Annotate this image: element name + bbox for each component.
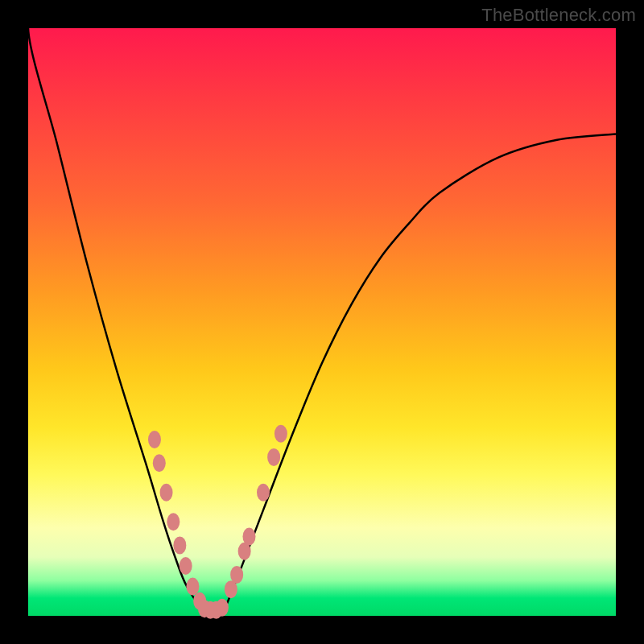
curve-marker [173,536,186,554]
curve-marker [230,566,243,584]
curve-svg [28,28,616,616]
chart-plot-area [28,28,616,616]
curve-markers [148,425,287,619]
curve-marker [242,527,255,545]
curve-marker [148,431,161,448]
curve-marker [216,599,229,617]
curve-marker [153,454,166,472]
bottleneck-curve [28,0,616,613]
bottleneck-curve-path [28,0,616,613]
curve-marker [186,578,199,596]
curve-marker [167,513,180,530]
curve-marker [267,448,280,466]
watermark-text: TheBottleneck.com [481,5,636,26]
curve-marker [257,484,270,502]
chart-frame: TheBottleneck.com [0,0,644,644]
curve-marker [180,557,192,575]
curve-marker [275,425,287,443]
curve-marker [160,484,173,502]
